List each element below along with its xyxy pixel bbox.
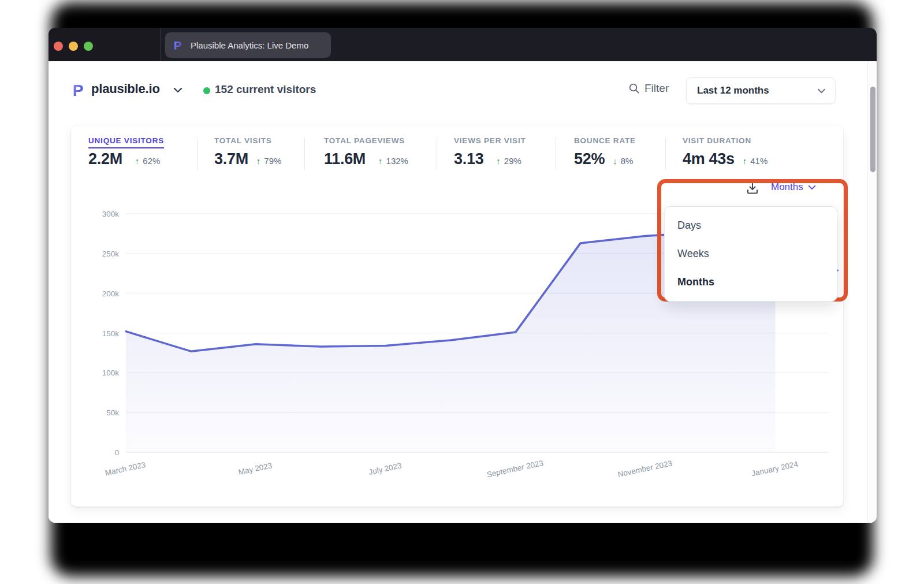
arrow-down-icon: ↓ [613, 156, 617, 166]
plausible-logo-icon: P [71, 82, 87, 98]
metric-change: 41% [750, 156, 767, 166]
svg-text:January 2024: January 2024 [751, 460, 799, 478]
metric-tab-visit-duration[interactable]: VISIT DURATION 4m 43s ↑ 41% [683, 136, 767, 168]
browser-tab[interactable]: P Plausible Analytics: Live Demo [165, 32, 331, 58]
chart-x-labels: March 2023May 2023July 2023September 202… [105, 459, 799, 479]
metric-tab-total-visits[interactable]: TOTAL VISITS 3.7M ↑ 79% [214, 136, 281, 168]
arrow-up-icon: ↑ [496, 156, 501, 166]
menu-item-weeks[interactable]: Weeks [665, 240, 837, 268]
metric-divider [665, 137, 666, 170]
metric-value: 52% [574, 150, 605, 168]
interval-selected-label: Months [771, 181, 803, 193]
filter-button[interactable]: Filter [628, 82, 669, 95]
metric-value: 3.13 [454, 150, 483, 168]
metric-change: 132% [386, 156, 408, 166]
chevron-down-icon[interactable] [173, 87, 182, 93]
current-visitors[interactable]: 152 current visitors [215, 83, 316, 96]
live-indicator-dot [203, 87, 210, 94]
metric-change: 62% [143, 156, 160, 166]
metric-value: 2.2M [88, 150, 122, 168]
svg-text:250k: 250k [102, 250, 120, 258]
date-range-label: Last 12 months [697, 85, 769, 96]
chevron-down-icon [817, 88, 826, 94]
stats-card: UNIQUE VISITORS 2.2M ↑ 62% TOTAL VISITS … [71, 126, 843, 507]
interval-selector[interactable]: Months [771, 181, 816, 193]
svg-text:July 2023: July 2023 [368, 461, 403, 477]
filter-label: Filter [644, 82, 669, 95]
metric-value: 4m 43s [683, 150, 735, 168]
metric-divider [197, 137, 198, 170]
metric-change: 79% [264, 156, 281, 166]
arrow-up-icon: ↑ [378, 156, 383, 166]
svg-text:May 2023: May 2023 [237, 461, 273, 477]
metric-change: 29% [504, 156, 521, 166]
svg-text:0: 0 [114, 448, 119, 457]
metric-divider [437, 137, 437, 170]
titlebar: P Plausible Analytics: Live Demo [49, 28, 877, 61]
metric-divider [304, 137, 305, 170]
metric-tab-bounce-rate[interactable]: BOUNCE RATE 52% ↓ 8% [574, 136, 636, 168]
chevron-down-icon [808, 185, 816, 190]
metric-divider [556, 137, 556, 170]
svg-text:200k: 200k [102, 289, 120, 298]
tab-title: Plausible Analytics: Live Demo [191, 40, 308, 50]
svg-text:November 2023: November 2023 [617, 459, 673, 479]
metric-tab-total-pageviews[interactable]: TOTAL PAGEVIEWS 11.6M ↑ 132% [324, 136, 408, 168]
svg-text:100k: 100k [102, 369, 120, 377]
minimize-button[interactable] [69, 42, 78, 51]
traffic-light-zone [49, 28, 161, 61]
date-range-select[interactable]: Last 12 months [686, 77, 836, 104]
svg-text:P: P [174, 39, 182, 51]
dashboard-page: P plausible.io 152 current visitors Filt… [49, 61, 877, 523]
plausible-logo-icon: P [172, 39, 185, 51]
arrow-up-icon: ↑ [743, 156, 747, 166]
svg-text:150k: 150k [102, 329, 120, 338]
svg-text:50k: 50k [106, 408, 119, 417]
svg-text:300k: 300k [102, 210, 120, 218]
chart-toolbar: Months [71, 180, 843, 198]
svg-text:March 2023: March 2023 [105, 460, 147, 477]
menu-item-days[interactable]: Days [665, 211, 837, 240]
metric-tab-views-per-visit[interactable]: VIEWS PER VISIT 3.13 ↑ 29% [454, 136, 526, 168]
zoom-button[interactable] [84, 42, 93, 51]
download-icon[interactable] [746, 181, 759, 195]
search-icon [628, 83, 640, 94]
svg-text:P: P [73, 82, 84, 98]
chart-y-labels: 050k100k150k200k250k300k [102, 210, 120, 457]
site-name[interactable]: plausible.io [91, 81, 160, 96]
scrollbar-thumb[interactable] [870, 87, 875, 172]
menu-item-months[interactable]: Months [665, 268, 837, 296]
close-button[interactable] [54, 42, 63, 51]
metric-change: 8% [621, 156, 634, 166]
interval-dropdown-menu: Days Weeks Months [664, 206, 837, 302]
metric-tab-unique-visitors[interactable]: UNIQUE VISITORS 2.2M ↑ 62% [88, 136, 164, 168]
svg-text:September 2023: September 2023 [486, 459, 544, 479]
metric-value: 3.7M [214, 150, 248, 168]
browser-window: P Plausible Analytics: Live Demo P plaus… [49, 28, 877, 523]
arrow-up-icon: ↑ [256, 156, 261, 166]
arrow-up-icon: ↑ [135, 156, 140, 166]
metric-value: 11.6M [324, 150, 366, 168]
